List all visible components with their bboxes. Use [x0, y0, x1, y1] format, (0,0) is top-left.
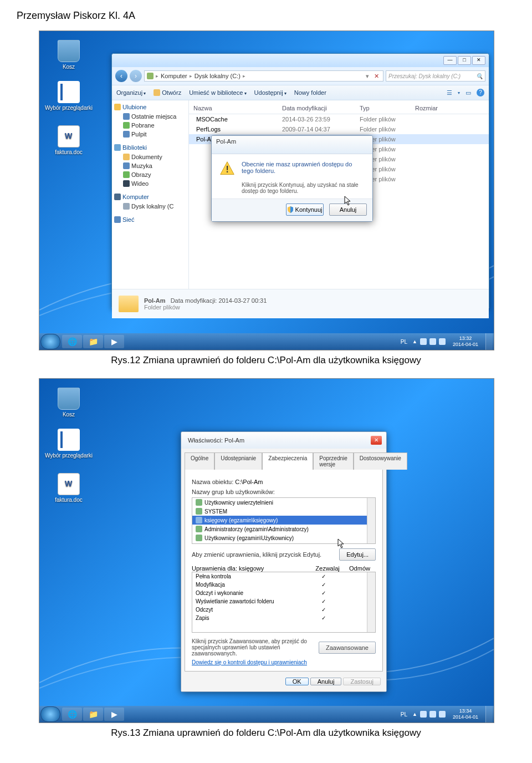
group-item[interactable]: Użytkownicy (egzamin\Użytkownicy)	[192, 533, 375, 542]
tab-zabezpieczenia[interactable]: Zabezpieczenia	[262, 452, 313, 470]
breadcrumb-seg[interactable]: Komputer	[161, 73, 187, 79]
tray-clock[interactable]: 13:342014-04-01	[448, 706, 483, 722]
tray-up-icon[interactable]: ▲	[412, 711, 417, 717]
taskbar-ie[interactable]: 🌐	[62, 335, 82, 348]
nav-net[interactable]: Sieć	[114, 216, 186, 223]
nav-item[interactable]: Wideo	[114, 179, 186, 188]
desktop-icon-faktura[interactable]: faktura.doc	[44, 125, 94, 155]
column-headers[interactable]: Nazwa Data modyfikacji Typ Rozmiar	[189, 103, 489, 114]
taskbar-explorer[interactable]: 📁	[83, 335, 103, 348]
tray-volume-icon[interactable]	[439, 338, 446, 345]
dialog-title[interactable]: Pol-Am	[212, 136, 372, 154]
taskbar[interactable]: 🌐 📁 ▶ PL ▲ 13:322014-04-01	[39, 333, 494, 350]
cursor-icon	[337, 538, 345, 548]
advanced-button[interactable]: Zaawansowane	[319, 642, 376, 654]
tray-flag-icon[interactable]	[420, 338, 427, 345]
start-button[interactable]	[40, 334, 60, 349]
tab-dostosowywanie[interactable]: Dostosowywanie	[354, 452, 407, 470]
nav-item[interactable]: Ostatnie miejsca	[114, 112, 186, 121]
toolbar-newfolder[interactable]: Nowy folder	[294, 89, 326, 96]
nav-back[interactable]: ‹	[115, 70, 127, 82]
taskbar-media[interactable]: ▶	[104, 708, 124, 721]
desktop-icon-wybor[interactable]: Wybór przeglądarki	[44, 81, 94, 111]
tray-network-icon[interactable]	[429, 711, 436, 718]
groups-listbox[interactable]: Użytkownicy uwierzytelnieniSYSTEMksięgow…	[192, 497, 376, 544]
cancel-button[interactable]: Anuluj	[310, 678, 342, 685]
permissions-listbox[interactable]: Pełna kontrola✓Modyfikacja✓Odczyt i wyko…	[192, 572, 376, 633]
trash-icon	[58, 388, 80, 410]
tray-lang[interactable]: PL	[398, 339, 410, 345]
tab-ogólne[interactable]: Ogólne	[185, 452, 214, 470]
tab-poprzednie wersje[interactable]: Poprzednie wersje	[313, 452, 354, 470]
preview-pane-icon[interactable]: ▭	[466, 89, 471, 96]
tray-up-icon[interactable]: ▲	[412, 339, 417, 344]
nav-fav[interactable]: Ulubione	[114, 104, 186, 110]
col-date[interactable]: Data modyfikacji	[282, 105, 360, 111]
group-item[interactable]: księgowy (egzamin\księgowy)	[192, 516, 375, 525]
continue-button[interactable]: Kontynuuj	[286, 204, 324, 216]
tray-flag-icon[interactable]	[420, 711, 427, 718]
pictures-icon	[123, 171, 130, 178]
tray-lang[interactable]: PL	[398, 711, 410, 718]
desktop-icon-kosz[interactable]: Kosz	[44, 40, 94, 70]
address-clear[interactable]: ✕	[372, 73, 381, 80]
view-menu-icon[interactable]: ☰	[447, 89, 452, 96]
taskbar-explorer[interactable]: 📁	[83, 708, 103, 721]
breadcrumb-seg[interactable]: Dysk lokalny (C:)	[195, 73, 241, 79]
apply-button[interactable]: Zastosuj	[343, 678, 381, 685]
nav-item[interactable]: Pulpit	[114, 130, 186, 139]
taskbar-ie[interactable]: 🌐	[62, 708, 82, 721]
nav-item[interactable]: Obrazy	[114, 170, 186, 179]
desktop-icon-wybor[interactable]: Wybór przeglądarki	[44, 429, 94, 459]
window-maximize[interactable]: □	[458, 56, 471, 65]
group-item[interactable]: Administratorzy (egzamin\Administratorzy…	[192, 525, 375, 533]
group-item[interactable]: SYSTEM	[192, 507, 375, 516]
show-desktop[interactable]	[485, 333, 493, 350]
tray-network-icon[interactable]	[429, 338, 436, 345]
tray-clock[interactable]: 13:322014-04-01	[448, 334, 483, 349]
toolbar-share[interactable]: Udostępnij	[254, 89, 287, 96]
nav-item[interactable]: Dokumenty	[114, 152, 186, 161]
file-row[interactable]: PerfLogs2009-07-14 04:37Folder plików	[189, 124, 489, 134]
figure-caption-1: Rys.12 Zmiana uprawnień do folderu C:\Po…	[0, 355, 532, 366]
toolbar-library[interactable]: Umieść w bibliotece	[189, 89, 246, 96]
show-desktop[interactable]	[485, 706, 493, 723]
col-name[interactable]: Nazwa	[193, 105, 282, 111]
desktop-icon-faktura[interactable]: faktura.doc	[44, 473, 94, 503]
group-item[interactable]: Użytkownicy uwierzytelnieni	[192, 498, 375, 507]
taskbar[interactable]: 🌐 📁 ▶ PL ▲ 13:342014-04-01	[39, 706, 494, 723]
download-icon	[123, 122, 130, 129]
taskbar-media[interactable]: ▶	[104, 335, 124, 348]
desktop-icon-kosz[interactable]: Kosz	[44, 388, 94, 418]
search-input[interactable]: Przeszukaj: Dysk lokalny (C:)🔍	[386, 70, 485, 82]
address-bar[interactable]: ▸ Komputer ▸ Dysk lokalny (C:) ▸ ▾✕	[144, 70, 383, 82]
learn-link[interactable]: Dowiedz się o kontroli dostępu i uprawni…	[192, 659, 307, 665]
help-icon[interactable]: ?	[477, 89, 484, 96]
ok-button[interactable]: OK	[285, 678, 309, 685]
toolbar-organize[interactable]: Organizuj	[116, 89, 146, 96]
close-icon[interactable]: ✕	[371, 436, 382, 445]
window-close[interactable]: ✕	[472, 56, 485, 65]
nav-item[interactable]: Dysk lokalny (C	[114, 202, 186, 211]
nav-item[interactable]: Pobrane	[114, 121, 186, 130]
file-row[interactable]: MSOCache2014-03-26 23:59Folder plików	[189, 114, 489, 124]
toolbar-open[interactable]: Otwórz	[154, 89, 181, 96]
nav-forward[interactable]: ›	[130, 70, 142, 82]
window-titlebar[interactable]: — □ ✕	[112, 54, 489, 67]
scrollbar[interactable]	[367, 572, 375, 632]
col-type[interactable]: Typ	[360, 105, 415, 111]
nav-item[interactable]: Muzyka	[114, 161, 186, 170]
col-size[interactable]: Rozmiar	[415, 105, 448, 111]
scrollbar[interactable]	[367, 498, 375, 543]
tab-udostępnianie[interactable]: Udostępnianie	[214, 452, 262, 470]
start-button[interactable]	[40, 706, 60, 722]
nav-comp[interactable]: Komputer	[114, 194, 186, 200]
nav-lib[interactable]: Biblioteki	[114, 144, 186, 151]
desktop-icon-label: Wybór przeglądarki	[45, 105, 93, 111]
folder-icon	[123, 154, 130, 160]
properties-titlebar[interactable]: Właściwości: Pol-Am ✕	[181, 432, 386, 449]
edit-button[interactable]: Edytuj...	[339, 548, 376, 561]
user-icon	[196, 499, 202, 506]
window-minimize[interactable]: —	[443, 56, 457, 65]
tray-volume-icon[interactable]	[439, 711, 446, 718]
